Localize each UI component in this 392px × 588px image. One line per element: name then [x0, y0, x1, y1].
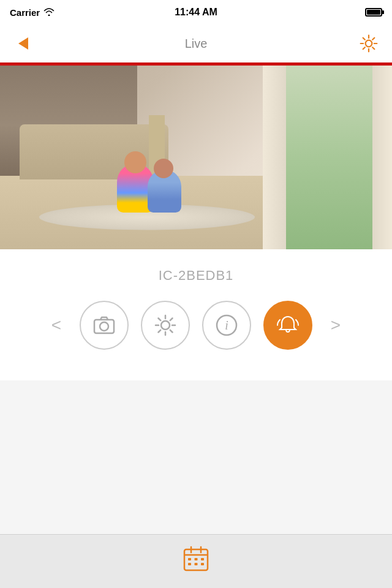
prev-button[interactable]: <: [45, 315, 67, 335]
svg-rect-30: [195, 563, 198, 565]
settings-button[interactable]: [358, 32, 380, 55]
back-chevron-icon: [18, 37, 28, 50]
curtain-left: [263, 66, 286, 249]
battery-icon: [365, 8, 382, 17]
svg-text:i: i: [225, 318, 228, 332]
status-bar: Carrier 11:44 AM: [0, 0, 392, 24]
camera-icon: [92, 314, 116, 337]
info-button[interactable]: i: [202, 301, 251, 350]
svg-line-19: [159, 330, 161, 333]
spacer: [0, 380, 392, 417]
kids-area: [70, 121, 227, 213]
settings-icon: [154, 314, 177, 337]
svg-rect-29: [188, 563, 191, 565]
page-title: Live: [185, 37, 208, 51]
next-button[interactable]: >: [325, 315, 347, 335]
svg-rect-28: [201, 558, 204, 560]
svg-line-18: [170, 318, 173, 321]
svg-rect-27: [195, 558, 198, 560]
svg-line-6: [372, 47, 374, 49]
alarm-button[interactable]: [263, 301, 312, 350]
alarm-icon: [276, 314, 300, 337]
calendar-button[interactable]: [183, 545, 209, 578]
status-carrier-wifi: Carrier: [10, 7, 55, 18]
device-name: IC-2BEDB1: [159, 268, 234, 284]
curtain-right: [372, 66, 392, 249]
content-area: IC-2BEDB1 <: [0, 249, 392, 380]
svg-rect-31: [201, 563, 204, 565]
child-2: [148, 170, 181, 213]
nav-bar: Live: [0, 24, 392, 62]
camera-button[interactable]: [80, 301, 129, 350]
camera-feed: [0, 66, 392, 249]
gear-icon: [359, 34, 379, 53]
controls-row: <: [45, 301, 347, 350]
bottom-nav-bar: [0, 534, 392, 588]
info-icon: i: [215, 314, 238, 337]
status-battery: [365, 8, 382, 17]
svg-line-8: [363, 47, 365, 49]
room-scene: [0, 66, 392, 249]
svg-line-7: [372, 38, 374, 40]
wifi-icon: [43, 7, 55, 18]
svg-line-17: [170, 330, 173, 333]
camera-background: [0, 66, 392, 249]
svg-point-10: [100, 322, 108, 331]
svg-point-0: [366, 40, 372, 47]
device-settings-button[interactable]: [141, 301, 190, 350]
calendar-icon: [183, 545, 209, 572]
status-time: 11:44 AM: [175, 7, 217, 18]
svg-line-5: [363, 38, 365, 40]
back-button[interactable]: [12, 32, 34, 55]
carrier-label: Carrier: [10, 7, 40, 18]
svg-line-16: [159, 318, 161, 321]
svg-rect-26: [188, 558, 191, 560]
svg-point-11: [161, 321, 170, 330]
